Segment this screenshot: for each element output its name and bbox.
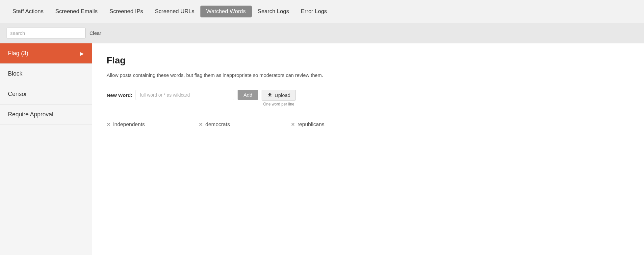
sidebar: Flag (3)▶BlockCensorRequire Approval (0, 43, 92, 255)
sidebar-item-label: Block (8, 70, 22, 77)
sidebar-item-label: Flag (3) (8, 50, 28, 57)
nav-item-screened-ips[interactable]: Screened IPs (104, 6, 149, 17)
clear-button[interactable]: Clear (90, 30, 101, 36)
word-remove-icon[interactable]: ✕ (291, 122, 295, 127)
sidebar-item-label: Censor (8, 91, 27, 98)
words-list: ✕independents✕democrats✕republicans (107, 118, 630, 131)
upload-column: Upload One word per line (262, 90, 296, 106)
word-remove-icon[interactable]: ✕ (199, 122, 203, 127)
content-title: Flag (107, 55, 630, 66)
new-word-input[interactable] (136, 90, 234, 100)
nav-item-screened-emails[interactable]: Screened Emails (49, 6, 104, 17)
word-item-democrats: ✕democrats (199, 118, 265, 131)
word-text: democrats (205, 122, 230, 128)
nav-item-screened-urls[interactable]: Screened URLs (149, 6, 200, 17)
nav-item-staff-actions[interactable]: Staff Actions (7, 6, 49, 17)
word-text: independents (113, 122, 145, 128)
content-area: Flag Allow posts containing these words,… (92, 43, 644, 255)
search-input[interactable] (7, 28, 86, 38)
nav-item-search-logs[interactable]: Search Logs (252, 6, 295, 17)
word-item-independents: ✕independents (107, 118, 172, 131)
sidebar-item-label: Require Approval (8, 111, 53, 118)
upload-icon (267, 92, 272, 98)
word-item-republicans: ✕republicans (291, 118, 357, 131)
svg-rect-0 (268, 97, 272, 97)
upload-button[interactable]: Upload (262, 90, 296, 101)
sidebar-item-flag[interactable]: Flag (3)▶ (0, 43, 92, 64)
upload-label: Upload (275, 92, 291, 98)
top-navigation: Staff ActionsScreened EmailsScreened IPs… (0, 0, 644, 23)
word-remove-icon[interactable]: ✕ (107, 122, 111, 127)
sidebar-item-require-approval[interactable]: Require Approval (0, 104, 92, 125)
nav-item-watched-words[interactable]: Watched Words (200, 6, 252, 17)
content-description: Allow posts containing these words, but … (107, 72, 630, 79)
new-word-label: New Word: (107, 90, 132, 98)
chevron-right-icon: ▶ (80, 51, 84, 56)
word-text: republicans (297, 122, 324, 128)
add-button[interactable]: Add (238, 90, 258, 100)
search-bar: Clear (0, 23, 644, 43)
main-layout: Flag (3)▶BlockCensorRequire Approval Fla… (0, 43, 644, 255)
sidebar-item-block[interactable]: Block (0, 64, 92, 84)
sidebar-item-censor[interactable]: Censor (0, 84, 92, 104)
new-word-row: New Word: Add Upload One word per line (107, 90, 630, 106)
nav-item-error-logs[interactable]: Error Logs (295, 6, 333, 17)
upload-hint: One word per line (263, 102, 295, 106)
